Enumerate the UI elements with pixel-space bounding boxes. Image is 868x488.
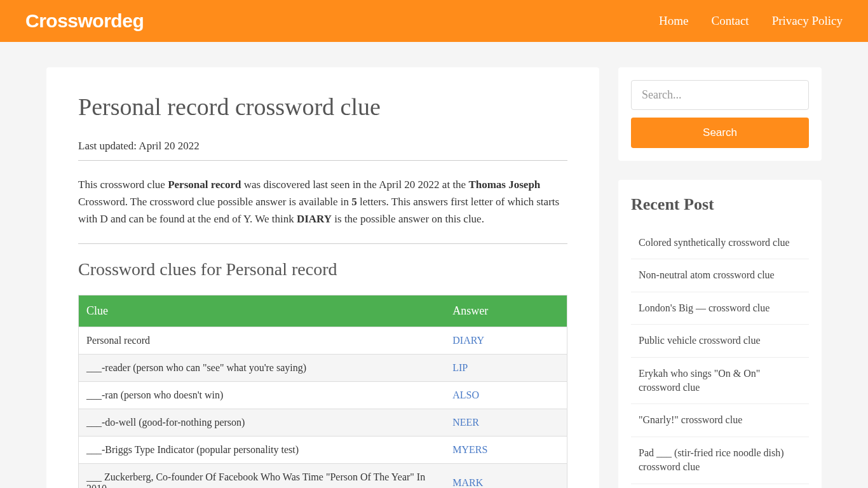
intro-bold-letters: 5 xyxy=(351,196,357,208)
last-updated: Last updated: April 20 2022 xyxy=(78,140,567,161)
table-header-answer: Answer xyxy=(445,295,567,327)
recent-posts-box: Recent Post Colored synthetically crossw… xyxy=(618,180,822,488)
recent-posts-list: Colored synthetically crossword clueNon-… xyxy=(631,227,809,484)
intro-bold-clue: Personal record xyxy=(168,179,241,191)
list-item[interactable]: London's Big — crossword clue xyxy=(631,292,809,325)
list-item[interactable]: Non-neutral atom crossword clue xyxy=(631,259,809,292)
clue-cell: ___ Zuckerberg, Co-founder Of Facebook W… xyxy=(79,463,445,488)
main-nav: Home Contact Privacy Policy xyxy=(659,14,843,28)
table-row: ___ Zuckerberg, Co-founder Of Facebook W… xyxy=(79,463,567,488)
answer-cell[interactable]: LIP xyxy=(445,354,567,381)
table-header-clue: Clue xyxy=(79,295,445,327)
clue-cell: ___-ran (person who doesn't win) xyxy=(79,381,445,409)
table-row: Personal recordDIARY xyxy=(79,327,567,354)
answer-cell[interactable]: MARK xyxy=(445,463,567,488)
main-content: Personal record crossword clue Last upda… xyxy=(46,67,599,488)
list-item[interactable]: Pad ___ (stir-fried rice noodle dish) cr… xyxy=(631,437,809,484)
search-box: Search xyxy=(618,67,822,161)
table-row: ___-ran (person who doesn't win)ALSO xyxy=(79,381,567,409)
list-item[interactable]: Public vehicle crossword clue xyxy=(631,325,809,357)
recent-posts-title: Recent Post xyxy=(631,195,809,214)
list-item[interactable]: "Gnarly!" crossword clue xyxy=(631,404,809,437)
sidebar: Search Recent Post Colored synthetically… xyxy=(618,67,822,488)
clue-cell: Personal record xyxy=(79,327,445,354)
section-title: Crossword clues for Personal record xyxy=(78,259,567,280)
page-container: Personal record crossword clue Last upda… xyxy=(27,42,841,488)
list-item[interactable]: Colored synthetically crossword clue xyxy=(631,227,809,259)
site-logo[interactable]: Crosswordeg xyxy=(25,10,144,32)
nav-contact[interactable]: Contact xyxy=(712,14,749,28)
answer-cell[interactable]: NEER xyxy=(445,409,567,436)
table-row: ___-reader (person who can "see" what yo… xyxy=(79,354,567,381)
answer-cell[interactable]: MYERS xyxy=(445,436,567,463)
answer-cell[interactable]: DIARY xyxy=(445,327,567,354)
page-title: Personal record crossword clue xyxy=(78,93,567,121)
site-header: Crosswordeg Home Contact Privacy Policy xyxy=(0,0,868,42)
clue-cell: ___-reader (person who can "see" what yo… xyxy=(79,354,445,381)
table-row: ___-do-well (good-for-nothing person)NEE… xyxy=(79,409,567,436)
intro-bold-answer: DIARY xyxy=(297,213,332,225)
intro-text: This crossword clue xyxy=(78,179,168,191)
intro-text: was discovered last seen in the April 20… xyxy=(241,179,469,191)
list-item[interactable]: Erykah who sings "On & On" crossword clu… xyxy=(631,358,809,405)
clue-cell: ___-do-well (good-for-nothing person) xyxy=(79,409,445,436)
intro-bold-source: Thomas Joseph xyxy=(468,179,540,191)
intro-text: Crossword. The crossword clue possible a… xyxy=(78,196,351,208)
clue-cell: ___-Briggs Type Indicator (popular perso… xyxy=(79,436,445,463)
answer-cell[interactable]: ALSO xyxy=(445,381,567,409)
nav-home[interactable]: Home xyxy=(659,14,688,28)
intro-paragraph: This crossword clue Personal record was … xyxy=(78,176,567,244)
table-row: ___-Briggs Type Indicator (popular perso… xyxy=(79,436,567,463)
clues-table: Clue Answer Personal recordDIARY___-read… xyxy=(78,295,567,488)
nav-privacy[interactable]: Privacy Policy xyxy=(772,14,843,28)
search-input[interactable] xyxy=(631,80,809,110)
intro-text: is the possible answer on this clue. xyxy=(332,213,484,225)
search-button[interactable]: Search xyxy=(631,118,809,148)
